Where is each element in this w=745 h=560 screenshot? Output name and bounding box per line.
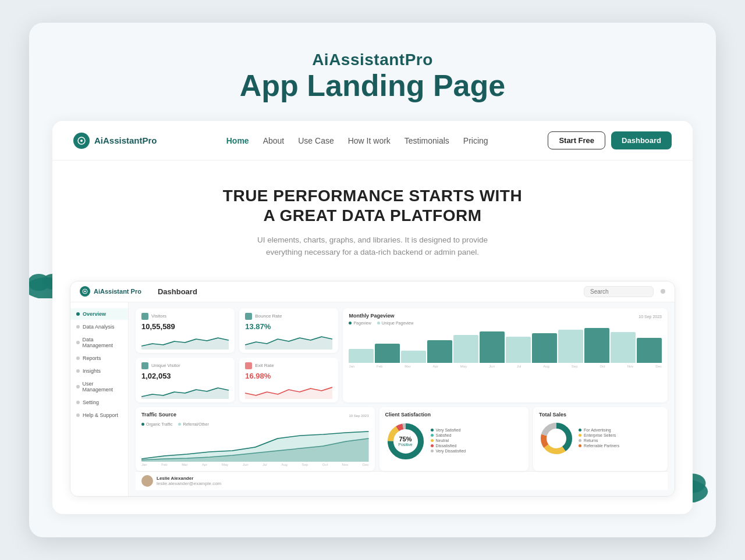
bar-10 xyxy=(584,328,609,363)
sidebar-item-setting[interactable]: Setting xyxy=(70,397,128,408)
dashboard-topbar: AiAssistant Pro Dashboard xyxy=(70,281,675,302)
brand-icon xyxy=(73,133,90,149)
sidebar-item-reports[interactable]: Reports xyxy=(70,352,128,364)
visitors-value: 10,55,589 xyxy=(141,322,229,331)
sidebar-item-user-management[interactable]: User Management xyxy=(70,378,128,395)
traffic-legend: Organic Traffic Referral/Other xyxy=(141,422,369,426)
sidebar-dot-users xyxy=(76,385,80,388)
exit-sparkline xyxy=(245,383,332,399)
brand-name: AiAssistantPro xyxy=(94,135,157,145)
exit-label: Exit Rate xyxy=(255,363,274,368)
db-brand: AiAssistant Pro xyxy=(80,286,141,297)
bar-1 xyxy=(349,349,374,363)
stat-card-exit: Exit Rate 16.98% xyxy=(239,358,338,402)
sidebar-dot-management xyxy=(76,341,80,344)
bar-3 xyxy=(401,351,426,363)
sidebar-item-help[interactable]: Help & Support xyxy=(70,409,128,421)
db-brand-icon xyxy=(80,286,90,297)
nav-home[interactable]: Home xyxy=(226,135,249,146)
monthly-chart-date: 10 Sep 2023 xyxy=(638,315,662,319)
traffic-area-chart xyxy=(141,430,369,462)
bar-12 xyxy=(637,338,662,363)
sidebar-item-overview[interactable]: Overview xyxy=(70,308,128,320)
person-avatar xyxy=(141,475,153,487)
svg-marker-11 xyxy=(245,337,332,349)
bar-9 xyxy=(558,330,583,363)
bottom-row: Traffic Source 10 Sep 2023 Organic Traff… xyxy=(136,407,668,471)
sidebar-dot-analysis xyxy=(76,325,80,329)
svg-marker-12 xyxy=(141,388,229,399)
dashboard-preview: AiAssistant Pro Dashboard Overview Data … xyxy=(70,281,675,497)
monthly-legend: Pageview Unique Pageview xyxy=(349,321,662,325)
nav-howitwork[interactable]: How It work xyxy=(348,135,391,146)
main-top-row: Visitors 10,55,589 xyxy=(136,308,668,402)
stat-card-visitors: Visitors 10,55,589 xyxy=(136,308,235,353)
inner-card: AiAssistantPro Home About Use Case How I… xyxy=(52,121,693,513)
bar-7 xyxy=(506,337,531,363)
nav-testimonials[interactable]: Testimonials xyxy=(405,135,449,146)
total-sales-card: Total Sales xyxy=(533,407,668,471)
bounce-icon xyxy=(245,313,252,320)
nav-actions: Start Free Dashboard xyxy=(548,131,672,149)
svg-point-9 xyxy=(84,291,86,293)
sidebar-item-data-management[interactable]: Data Management xyxy=(70,334,128,351)
stats-grid: Visitors 10,55,589 xyxy=(136,308,338,402)
hero-title-line2: A GREAT DATA PLATFORM xyxy=(76,206,669,226)
donut-label: 75% Positive xyxy=(398,436,413,447)
sidebar-item-insights[interactable]: Insights xyxy=(70,365,128,377)
brand: AiAssistantPro xyxy=(73,133,166,149)
client-satisfaction-card: Client Satisfaction xyxy=(379,407,529,471)
unique-value: 1,02,053 xyxy=(141,372,229,380)
hero-title: TRUE PERFORMANCE STARTS WITH A GREAT DAT… xyxy=(76,186,669,225)
page-title: App Landing Page xyxy=(41,69,704,102)
traffic-x-labels: JanFebMarAprMayJunJulAugSepOctNovDec xyxy=(141,463,369,466)
person-info: Leslie Alexander leslie.alexander@exampl… xyxy=(157,476,221,486)
sales-title: Total Sales xyxy=(539,412,662,418)
sidebar-dot-overview xyxy=(76,312,80,316)
outer-card: AiAssistantPro App Landing Page AiAssist… xyxy=(29,23,716,537)
bar-2 xyxy=(375,344,400,363)
person-name: Leslie Alexander xyxy=(157,476,221,481)
nav-about[interactable]: About xyxy=(263,135,285,146)
sidebar-dot-insights xyxy=(76,369,80,373)
person-email: leslie.alexander@example.com xyxy=(157,481,221,486)
db-search-input[interactable] xyxy=(584,286,654,297)
monthly-bar-chart xyxy=(349,328,662,363)
traffic-source-card: Traffic Source 10 Sep 2023 Organic Traff… xyxy=(136,407,375,471)
dashboard-button[interactable]: Dashboard xyxy=(611,131,672,149)
bar-labels: JanFebMarAprMayJun JulAugSepOctNovDec xyxy=(349,365,662,368)
navbar: AiAssistantPro Home About Use Case How I… xyxy=(52,121,693,160)
nav-pricing[interactable]: Pricing xyxy=(463,135,488,146)
start-free-button[interactable]: Start Free xyxy=(548,131,605,149)
person-footer: Leslie Alexander leslie.alexander@exampl… xyxy=(136,471,668,490)
satisfaction-title: Client Satisfaction xyxy=(385,412,523,418)
db-brand-name: AiAssistant Pro xyxy=(94,288,141,295)
bar-11 xyxy=(611,332,636,363)
page-subtitle: AiAssistantPro xyxy=(41,51,704,69)
dashboard-main: Visitors 10,55,589 xyxy=(129,302,675,496)
bounce-value: 13.87% xyxy=(245,322,332,331)
nav-usecase[interactable]: Use Case xyxy=(298,135,334,146)
bounce-label: Bounce Rate xyxy=(255,313,282,319)
stat-card-bounce: Bounce Rate 13.87% xyxy=(239,308,338,353)
sidebar-dot-setting xyxy=(76,401,80,404)
visitors-icon xyxy=(141,313,148,320)
bar-6 xyxy=(480,331,505,363)
bar-4 xyxy=(427,340,452,363)
satisfaction-legend: Very Satisfied Satisfied Neutral Dissati… xyxy=(431,428,466,454)
monthly-chart-title: Monthly Pageview xyxy=(349,313,394,319)
stat-card-unique: Unique Visitor 1,02,053 xyxy=(136,358,235,402)
hero-section: TRUE PERFORMANCE STARTS WITH A GREAT DAT… xyxy=(52,160,693,274)
dashboard-body: Overview Data Analysis Data Management R… xyxy=(70,302,675,496)
unique-label: Unique Visitor xyxy=(151,363,180,368)
bar-8 xyxy=(532,333,557,363)
hero-subtitle: UI elements, charts, graphs, and librari… xyxy=(244,234,501,259)
svg-point-7 xyxy=(80,140,83,142)
sidebar-item-data-analysis[interactable]: Data Analysis xyxy=(70,321,128,333)
svg-marker-13 xyxy=(245,387,332,399)
visitors-label: Visitors xyxy=(151,313,166,319)
sidebar-dot-help xyxy=(76,413,80,417)
unique-sparkline xyxy=(141,383,229,399)
dashboard-sidebar: Overview Data Analysis Data Management R… xyxy=(70,302,129,496)
visitors-sparkline xyxy=(141,333,229,349)
